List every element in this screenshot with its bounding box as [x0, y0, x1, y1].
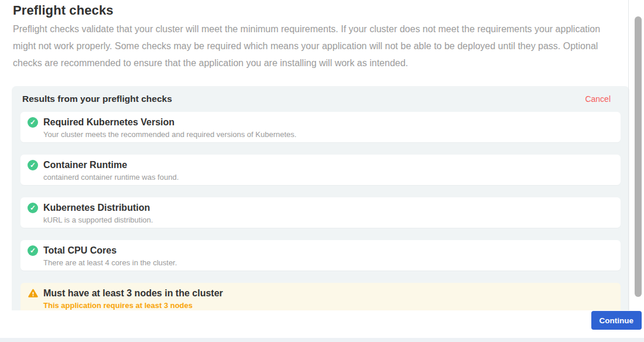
footer-bar: Continue — [0, 310, 644, 342]
preflight-results-panel: Results from your preflight checks Cance… — [12, 86, 629, 310]
check-title: Total CPU Cores — [43, 245, 177, 256]
check-title: Must have at least 3 nodes in the cluste… — [43, 288, 223, 299]
bottom-strip — [0, 338, 644, 342]
check-message: There are at least 4 cores in the cluste… — [43, 258, 177, 268]
check-message: This application requires at least 3 nod… — [43, 301, 223, 310]
check-text: Kubernetes Distribution kURL is a suppor… — [43, 202, 153, 225]
page-title: Preflight checks — [13, 3, 114, 18]
preflight-page: Preflight checks Preflight checks valida… — [0, 0, 644, 342]
check-text: Total CPU Cores There are at least 4 cor… — [43, 245, 177, 268]
check-title: Container Runtime — [43, 159, 179, 171]
content-divider — [628, 0, 629, 310]
scrollable-content: Preflight checks Preflight checks valida… — [0, 0, 644, 310]
check-card-container-runtime: ✓ Container Runtime containerd container… — [20, 155, 621, 185]
scrollbar-thumb[interactable] — [635, 16, 642, 297]
check-list: ✓ Required Kubernetes Version Your clust… — [12, 112, 629, 310]
check-text: Required Kubernetes Version Your cluster… — [43, 117, 296, 139]
check-card-node-count-warning: Must have at least 3 nodes in the cluste… — [20, 283, 621, 310]
check-circle-icon: ✓ — [28, 117, 38, 128]
check-text: Must have at least 3 nodes in the cluste… — [43, 288, 223, 310]
page-description: Preflight checks validate that your clus… — [13, 20, 622, 71]
continue-button[interactable]: Continue — [591, 311, 642, 330]
check-circle-icon: ✓ — [28, 245, 38, 256]
check-title: Required Kubernetes Version — [43, 117, 296, 128]
warning-triangle-icon — [28, 288, 38, 299]
check-text: Container Runtime containerd container r… — [43, 159, 179, 182]
check-message: kURL is a supported distribution. — [43, 216, 153, 225]
check-title: Kubernetes Distribution — [43, 202, 153, 214]
results-heading: Results from your preflight checks — [22, 94, 172, 104]
panel-header: Results from your preflight checks Cance… — [12, 86, 629, 112]
check-message: containerd container runtime was found. — [43, 173, 179, 182]
check-card-total-cpu-cores: ✓ Total CPU Cores There are at least 4 c… — [20, 240, 621, 271]
check-card-kubernetes-distribution: ✓ Kubernetes Distribution kURL is a supp… — [20, 197, 621, 228]
check-circle-icon: ✓ — [28, 203, 38, 213]
check-message: Your cluster meets the recommended and r… — [43, 130, 296, 139]
cancel-link[interactable]: Cancel — [585, 94, 611, 104]
check-card-kubernetes-version: ✓ Required Kubernetes Version Your clust… — [20, 112, 621, 142]
check-circle-icon: ✓ — [28, 160, 38, 170]
